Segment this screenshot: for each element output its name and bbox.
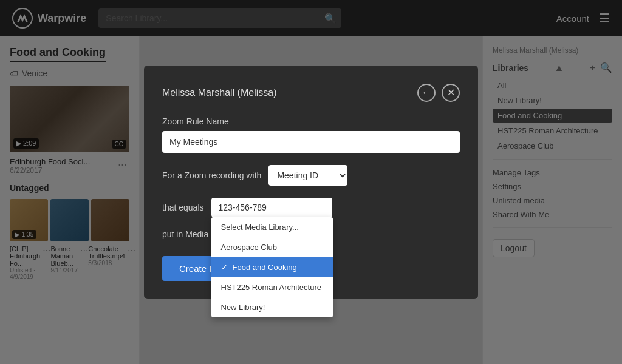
modal-close-button[interactable]: ✕ [442, 84, 460, 102]
that-equals-label: that equals [162, 203, 204, 212]
zoom-rule-modal: Melissa Marshall (Melissa) ← ✕ Zoom Rule… [144, 66, 478, 299]
modal-overlay: Melissa Marshall (Melissa) ← ✕ Zoom Rule… [0, 0, 622, 364]
library-dropdown-menu: Select Media Library... Aerospace Club ✓… [211, 217, 333, 317]
meeting-id-row: For a Zoom recording with Meeting ID Hos… [162, 165, 460, 186]
dropdown-item-label-hst: HST225 Roman Architecture [221, 283, 321, 292]
zoom-rule-name-label: Zoom Rule Name [162, 116, 460, 126]
zoom-rule-name-input[interactable] [162, 131, 460, 153]
dropdown-item-select[interactable]: Select Media Library... [211, 217, 333, 237]
meeting-id-select[interactable]: Meeting ID Host Email [268, 165, 347, 186]
modal-controls: ← ✕ [417, 84, 460, 102]
modal-back-button[interactable]: ← [417, 84, 436, 102]
that-equals-dropdown-wrapper: Select Media Library... Aerospace Club ✓… [211, 198, 332, 217]
dropdown-item-hst[interactable]: HST225 Roman Architecture [211, 277, 333, 297]
back-arrow-icon: ← [422, 87, 431, 98]
close-icon: ✕ [447, 87, 455, 98]
modal-title: Melissa Marshall (Melissa) [162, 87, 276, 98]
that-equals-input[interactable] [211, 198, 332, 217]
that-equals-row: that equals Select Media Library... Aero… [162, 198, 460, 217]
checkmark-icon: ✓ [221, 263, 228, 272]
dropdown-item-new[interactable]: New Library! [211, 297, 333, 317]
dropdown-item-label-aerospace: Aerospace Club [221, 243, 278, 252]
for-zoom-label: For a Zoom recording with [162, 170, 261, 180]
dropdown-item-food[interactable]: ✓ Food and Cooking [211, 257, 333, 277]
dropdown-item-label-select: Select Media Library... [221, 223, 299, 232]
dropdown-item-label-food: Food and Cooking [233, 263, 297, 272]
dropdown-item-aerospace[interactable]: Aerospace Club [211, 237, 333, 257]
dropdown-item-label-new: New Library! [221, 303, 265, 312]
modal-header: Melissa Marshall (Melissa) ← ✕ [162, 84, 460, 102]
